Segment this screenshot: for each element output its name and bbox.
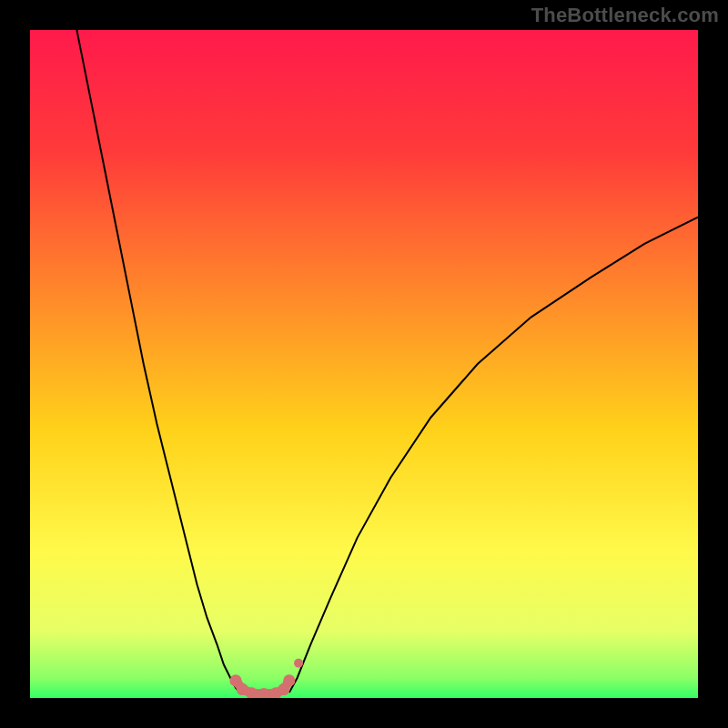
attribution-label: TheBottleneck.com <box>531 4 719 27</box>
left-curve <box>76 30 239 693</box>
curve-layer <box>30 30 698 698</box>
plot-area <box>30 30 698 698</box>
right-start-dot <box>294 659 303 668</box>
chart-frame: TheBottleneck.com <box>0 0 728 728</box>
right-curve <box>289 217 698 693</box>
trough-highlight-point <box>283 674 295 686</box>
